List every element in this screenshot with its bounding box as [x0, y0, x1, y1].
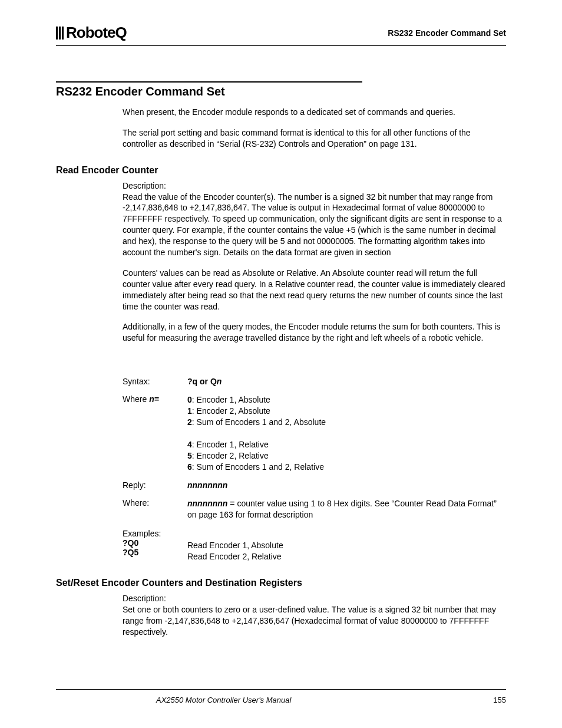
where-value-line: 0: Encoder 1, Absolute — [187, 394, 506, 406]
where-value: nnnnnnnn = counter value using 1 to 8 He… — [187, 498, 506, 521]
where-n-row: Where n= 0: Encoder 1, Absolute1: Encode… — [123, 394, 506, 472]
description-label-2: Description: — [123, 593, 506, 604]
section-heading-commandset: RS232 Encoder Command Set — [56, 85, 506, 98]
syntax-label: Syntax: — [123, 377, 187, 386]
example1-desc: Read Encoder 1, Absolute — [187, 540, 506, 551]
section2-p3: Additionally, in a few of the query mode… — [123, 321, 506, 344]
where-n-values: 0: Encoder 1, Absolute1: Encoder 2, Abso… — [187, 394, 506, 472]
syntax-row: Syntax: ?q or Qn — [123, 377, 506, 386]
section2-p2: Counters' values can be read as Absolute… — [123, 268, 506, 312]
where-value-line: 4: Encoder 1, Relative — [187, 439, 506, 450]
where-value-line: 2: Sum of Encoders 1 and 2, Absolute — [187, 417, 506, 428]
example1-cmd: ?Q0 — [123, 538, 187, 548]
where-row: Where: nnnnnnnn = counter value using 1 … — [123, 498, 506, 521]
footer-manual-title: AX2550 Motor Controller User's Manual — [156, 696, 291, 704]
section3-body: Description: Set one or both counters to… — [123, 593, 506, 638]
where-value-line: 6: Sum of Encoders 1 and 2, Relative — [187, 462, 506, 473]
subsection-heading-readcounter: Read Encoder Counter — [56, 165, 506, 176]
page-header: RoboteQ RS232 Encoder Command Set — [56, 24, 506, 46]
examples-row: Examples: ?Q0 ?Q5 Read Encoder 1, Absolu… — [123, 529, 506, 562]
reply-value: nnnnnnnn — [187, 480, 506, 490]
examples-label: Examples: — [123, 529, 187, 538]
example2-desc: Read Encoder 2, Relative — [187, 551, 506, 562]
logo-text: RoboteQ — [66, 24, 127, 42]
description-label: Description: — [123, 180, 506, 192]
header-title: RS232 Encoder Command Set — [388, 28, 506, 38]
syntax-value: ?q or Qn — [187, 377, 506, 386]
section1-p2: The serial port setting and basic comman… — [123, 127, 506, 150]
where-label: Where: — [123, 498, 187, 521]
example2-cmd: ?Q5 — [123, 548, 187, 557]
section2-p1: Read the value of the Encoder counter(s)… — [123, 192, 506, 258]
logo: RoboteQ — [56, 24, 127, 42]
where-value-line: 1: Encoder 2, Absolute — [187, 406, 506, 417]
section-rule — [56, 81, 362, 83]
subsection-heading-setreset: Set/Reset Encoder Counters and Destinati… — [56, 578, 506, 588]
section1-body: When present, the Encoder module respond… — [123, 107, 506, 150]
examples-desc-col: Read Encoder 1, Absolute Read Encoder 2,… — [187, 529, 506, 562]
section1-p1: When present, the Encoder module respond… — [123, 107, 506, 118]
footer-page-number: 155 — [493, 696, 506, 704]
section3-p1: Set one or both counters to zero or a us… — [123, 604, 506, 638]
reply-row: Reply: nnnnnnnn — [123, 480, 506, 490]
examples-col: Examples: ?Q0 ?Q5 — [123, 529, 187, 562]
where-value-line: 5: Encoder 2, Relative — [187, 450, 506, 462]
logo-bars-icon — [56, 27, 65, 39]
where-n-label: Where n= — [123, 394, 187, 472]
section2-body: Description: Read the value of the Encod… — [123, 180, 506, 344]
definition-table: Syntax: ?q or Qn Where n= 0: Encoder 1, … — [123, 377, 506, 562]
page-footer: AX2550 Motor Controller User's Manual 15… — [56, 689, 506, 704]
reply-label: Reply: — [123, 480, 187, 490]
where-value-line — [187, 428, 506, 439]
